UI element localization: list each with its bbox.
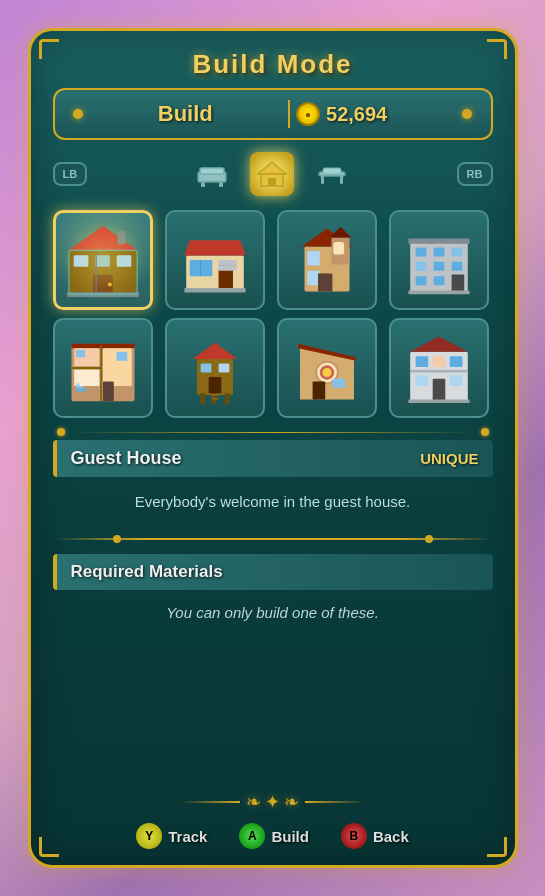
svg-point-19 (107, 282, 111, 286)
svg-rect-81 (312, 382, 325, 400)
title-area: Build Mode (31, 31, 515, 88)
svg-rect-11 (68, 250, 136, 294)
svg-rect-9 (340, 176, 343, 184)
svg-rect-47 (451, 262, 462, 271)
svg-rect-2 (201, 182, 205, 187)
back-label: Back (373, 828, 409, 845)
ornament-symbol-2: ✦ (265, 791, 280, 813)
svg-rect-25 (189, 260, 212, 276)
svg-rect-92 (408, 400, 469, 404)
svg-rect-17 (116, 255, 131, 267)
svg-point-80 (322, 368, 331, 377)
sep-dot-left (113, 535, 121, 543)
svg-rect-70 (200, 364, 211, 373)
row-dot-left (57, 428, 65, 436)
svg-rect-30 (184, 288, 245, 293)
svg-rect-50 (451, 274, 464, 292)
svg-rect-46 (433, 262, 444, 271)
currency-area: ● 52,694 (288, 100, 387, 128)
ornament-symbol-3: ❧ (284, 791, 299, 813)
svg-rect-60 (76, 350, 85, 357)
info-section: Guest House UNIQUE Everybody's welcome i… (53, 440, 493, 514)
grid-item-7[interactable] (277, 318, 377, 418)
corner-tr-decoration (487, 39, 507, 59)
svg-rect-86 (415, 356, 428, 367)
svg-rect-64 (76, 389, 87, 392)
ornament-line-left (180, 801, 240, 803)
svg-rect-37 (333, 242, 344, 255)
ornament-line-right (305, 801, 365, 803)
svg-rect-63 (76, 386, 83, 389)
svg-rect-49 (433, 276, 444, 285)
grid-item-5[interactable] (53, 318, 153, 418)
main-panel: Build Mode Build ● 52,694 LB (28, 28, 518, 868)
back-action[interactable]: B Back (341, 823, 409, 849)
grid-item-2[interactable] (165, 210, 265, 310)
category-bench[interactable] (310, 152, 354, 196)
item-type-badge: UNIQUE (420, 450, 478, 467)
grid-item-8[interactable] (389, 318, 489, 418)
build-action[interactable]: A Build (239, 823, 309, 849)
svg-rect-82 (332, 379, 345, 388)
svg-rect-87 (449, 356, 462, 367)
build-header: Build ● 52,694 (53, 88, 493, 140)
svg-rect-42 (415, 247, 426, 256)
build-label: Build (158, 101, 213, 127)
action-bar: Y Track A Build B Back (31, 823, 515, 849)
materials-title: Required Materials (71, 562, 223, 581)
svg-rect-88 (415, 375, 428, 386)
ornament-symbol-1: ❧ (246, 791, 261, 813)
svg-rect-44 (451, 247, 462, 256)
svg-rect-27 (218, 269, 232, 290)
a-button: A (239, 823, 265, 849)
svg-rect-61 (116, 352, 127, 361)
svg-rect-45 (415, 262, 426, 271)
svg-rect-48 (415, 276, 426, 285)
ornament-center: ❧ ✦ ❧ (246, 791, 299, 813)
bottom-ornament: ❧ ✦ ❧ (180, 791, 365, 813)
page-title: Build Mode (31, 49, 515, 80)
svg-rect-16 (95, 255, 110, 267)
svg-marker-4 (258, 162, 286, 174)
svg-rect-22 (68, 250, 136, 294)
row-dot-right (481, 428, 489, 436)
materials-header: Required Materials (53, 554, 493, 590)
svg-rect-6 (268, 178, 276, 186)
build-action-label: Build (271, 828, 309, 845)
svg-rect-85 (410, 370, 468, 373)
svg-rect-36 (307, 271, 320, 285)
svg-rect-3 (219, 182, 223, 187)
svg-rect-38 (318, 274, 332, 292)
svg-rect-51 (408, 291, 469, 295)
svg-rect-89 (449, 375, 462, 386)
category-furniture[interactable] (190, 152, 234, 196)
item-name: Guest House (71, 448, 182, 469)
grid-item-3[interactable] (277, 210, 377, 310)
items-grid (53, 210, 493, 418)
svg-rect-53 (71, 344, 134, 349)
category-icons (190, 152, 354, 196)
track-action[interactable]: Y Track (136, 823, 207, 849)
category-house[interactable] (250, 152, 294, 196)
grid-item-4[interactable] (389, 210, 489, 310)
svg-rect-18 (93, 275, 113, 295)
svg-rect-59 (103, 382, 114, 402)
rb-button[interactable]: RB (457, 162, 493, 186)
coin-icon: ● (296, 102, 320, 126)
svg-marker-12 (68, 226, 136, 250)
category-tabs: LB (53, 152, 493, 196)
currency-divider (288, 100, 290, 128)
grid-item-6[interactable] (165, 318, 265, 418)
svg-marker-84 (410, 337, 468, 352)
svg-rect-14 (117, 231, 125, 245)
svg-rect-72 (208, 377, 221, 393)
track-label: Track (168, 828, 207, 845)
svg-rect-71 (218, 364, 229, 373)
grid-item-1[interactable] (53, 210, 153, 310)
svg-rect-41 (408, 238, 469, 243)
svg-rect-68 (224, 393, 229, 404)
header-dot-left (73, 109, 83, 119)
lb-button[interactable]: LB (53, 162, 88, 186)
info-header: Guest House UNIQUE (53, 440, 493, 477)
svg-rect-15 (73, 255, 88, 267)
